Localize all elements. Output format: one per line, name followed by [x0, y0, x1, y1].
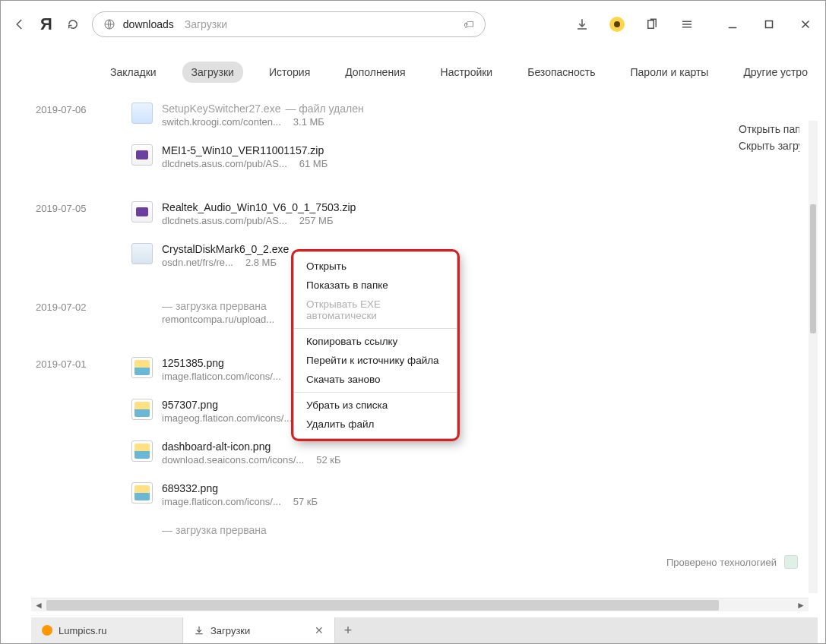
collections-icon[interactable]	[644, 17, 660, 32]
ctx-separator	[294, 392, 457, 393]
ctx-auto-open: Открывать EXE автоматически	[294, 295, 457, 325]
list-item[interactable]: dashboard-alt-icon.png download.seaicons…	[31, 434, 809, 476]
file-source: imageog.flaticon.com/icons/...	[162, 412, 292, 424]
nav-bookmarks[interactable]: Закладки	[101, 62, 166, 83]
list-item[interactable]: — загрузка прервана	[31, 518, 809, 547]
vpn-icon[interactable]	[609, 17, 625, 32]
status-interrupted: — загрузка прервана	[162, 524, 267, 536]
menu-icon[interactable]	[679, 17, 695, 32]
file-name: 689332.png	[162, 482, 218, 494]
ctx-copy-link[interactable]: Копировать ссылку	[294, 332, 457, 351]
file-source: dlcdnets.asus.com/pub/AS...	[162, 158, 287, 169]
download-icon	[194, 625, 204, 636]
status-deleted: — файл удален	[285, 103, 363, 115]
minimize-button[interactable]	[725, 17, 740, 32]
yandex-logo[interactable]: Я	[39, 14, 54, 34]
date-label: 2019-07-02	[36, 301, 87, 313]
browser-window: Я downloads Загрузки 🏷	[1, 1, 825, 643]
date-label: 2019-07-06	[36, 104, 87, 115]
file-icon	[131, 201, 153, 223]
nav-devices[interactable]: Другие устройства	[734, 62, 809, 83]
file-name: 957307.png	[162, 399, 218, 411]
file-name: dashboard-alt-icon.png	[162, 440, 271, 453]
tab-bar: Lumpics.ru Загрузки ✕ +	[31, 617, 818, 643]
reload-button[interactable]	[62, 13, 84, 36]
back-button[interactable]	[8, 13, 31, 36]
address-bar[interactable]: downloads Загрузки 🏷	[92, 11, 486, 37]
file-size: 52 кБ	[316, 454, 340, 466]
list-item[interactable]: 2019-07-06 SetupKeySwitcher27.exe — файл…	[31, 96, 809, 138]
date-label: 2019-07-01	[36, 358, 87, 370]
av-logo-icon	[784, 555, 798, 569]
file-source: osdn.net/frs/re...	[162, 257, 233, 268]
svg-rect-1	[648, 21, 654, 29]
file-name: Realtek_Audio_Win10_V6_0_1_7503.zip	[162, 201, 356, 213]
file-icon	[131, 144, 153, 166]
list-item[interactable]: MEI1-5_Win10_VER11001157.zip dlcdnets.as…	[31, 138, 809, 180]
nav-history[interactable]: История	[260, 62, 319, 83]
content-area: Закладки Загрузки История Дополнения Нас…	[1, 48, 825, 643]
file-size: 61 МБ	[299, 158, 328, 169]
horizontal-scrollbar[interactable]: ◄ ►	[31, 598, 809, 611]
nav-downloads[interactable]: Загрузки	[182, 62, 243, 83]
url-primary: downloads	[123, 18, 174, 30]
ctx-delete[interactable]: Удалить файл	[294, 415, 457, 434]
globe-icon	[103, 18, 116, 30]
nav-passwords[interactable]: Пароли и карты	[622, 62, 718, 83]
file-source: image.flaticon.com/icons/...	[162, 371, 281, 382]
ctx-separator	[294, 328, 457, 329]
scroll-right-icon[interactable]: ►	[793, 600, 809, 611]
file-name: 1251385.png	[162, 357, 224, 369]
favicon-icon	[42, 625, 52, 636]
file-name: CrystalDiskMark6_0_2.exe	[162, 243, 289, 255]
file-icon	[131, 399, 153, 420]
ctx-show-folder[interactable]: Показать в папке	[294, 276, 457, 295]
scroll-left-icon[interactable]: ◄	[31, 600, 46, 611]
file-size: 2.8 МБ	[245, 257, 277, 268]
ctx-remove[interactable]: Убрать из списка	[294, 396, 457, 415]
file-icon	[131, 103, 153, 124]
browser-tab[interactable]: Загрузки ✕	[183, 617, 335, 643]
file-size: 3.1 МБ	[293, 116, 324, 128]
checked-by-label: Проверено технологией	[666, 555, 798, 569]
file-icon	[131, 482, 153, 504]
ctx-open[interactable]: Открыть	[294, 257, 457, 276]
file-name: SetupKeySwitcher27.exe	[162, 103, 280, 115]
scroll-thumb[interactable]	[46, 600, 719, 611]
date-label: 2019-07-05	[36, 203, 87, 214]
file-size: 57 кБ	[293, 496, 318, 507]
file-icon	[131, 243, 153, 264]
downloads-icon[interactable]	[574, 17, 590, 32]
file-icon	[131, 357, 153, 378]
vscroll-thumb[interactable]	[810, 204, 816, 333]
page-nav: Закладки Загрузки История Дополнения Нас…	[31, 48, 809, 96]
tab-title: Загрузки	[210, 625, 250, 636]
nav-security[interactable]: Безопасность	[518, 62, 604, 83]
list-item[interactable]: 2019-07-05 Realtek_Audio_Win10_V6_0_1_75…	[31, 195, 809, 237]
nav-settings[interactable]: Настройки	[432, 62, 502, 83]
maximize-button[interactable]	[761, 17, 777, 32]
close-tab-icon[interactable]: ✕	[315, 624, 324, 636]
browser-tab[interactable]: Lumpics.ru	[31, 617, 183, 643]
new-tab-button[interactable]: +	[335, 617, 361, 643]
list-item[interactable]: 689332.png image.flaticon.com/icons/... …	[31, 476, 809, 518]
file-name: MEI1-5_Win10_VER11001157.zip	[162, 144, 324, 156]
file-size: 257 МБ	[299, 215, 334, 226]
file-source: remontcompa.ru/upload...	[162, 314, 274, 325]
downloads-body: Закладки Загрузки История Дополнения Нас…	[31, 48, 809, 595]
file-source: download.seaicons.com/icons/...	[162, 454, 304, 466]
ctx-redownload[interactable]: Скачать заново	[294, 370, 457, 389]
url-secondary: Загрузки	[185, 18, 227, 30]
toolbar-right	[574, 17, 818, 32]
window-controls	[725, 17, 813, 32]
vertical-scrollbar[interactable]	[809, 121, 818, 593]
bookmark-icon[interactable]: 🏷	[464, 18, 474, 30]
nav-addons[interactable]: Дополнения	[336, 62, 414, 83]
ctx-go-source[interactable]: Перейти к источнику файла	[294, 351, 457, 370]
svg-rect-2	[766, 21, 773, 28]
context-menu: Открыть Показать в папке Открывать EXE а…	[293, 251, 457, 439]
file-source: dlcdnets.asus.com/pub/AS...	[162, 215, 287, 226]
status-interrupted: — загрузка прервана	[162, 300, 267, 312]
file-source: image.flaticon.com/icons/...	[162, 496, 281, 507]
close-button[interactable]	[798, 17, 813, 32]
